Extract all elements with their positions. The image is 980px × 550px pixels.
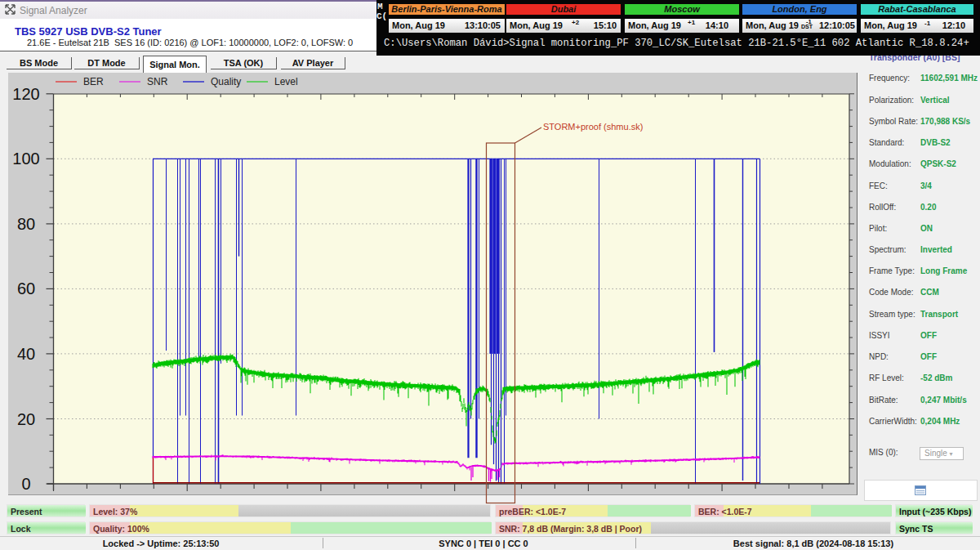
svg-text:0: 0 — [21, 475, 30, 493]
svg-text:60: 60 — [17, 279, 35, 297]
svg-text:20: 20 — [17, 410, 35, 428]
svg-text:120: 120 — [12, 85, 39, 103]
svg-text:STORM+proof (shmu.sk): STORM+proof (shmu.sk) — [543, 122, 643, 132]
svg-text:40: 40 — [17, 345, 35, 363]
svg-text:80: 80 — [17, 215, 35, 233]
svg-text:100: 100 — [12, 150, 39, 168]
